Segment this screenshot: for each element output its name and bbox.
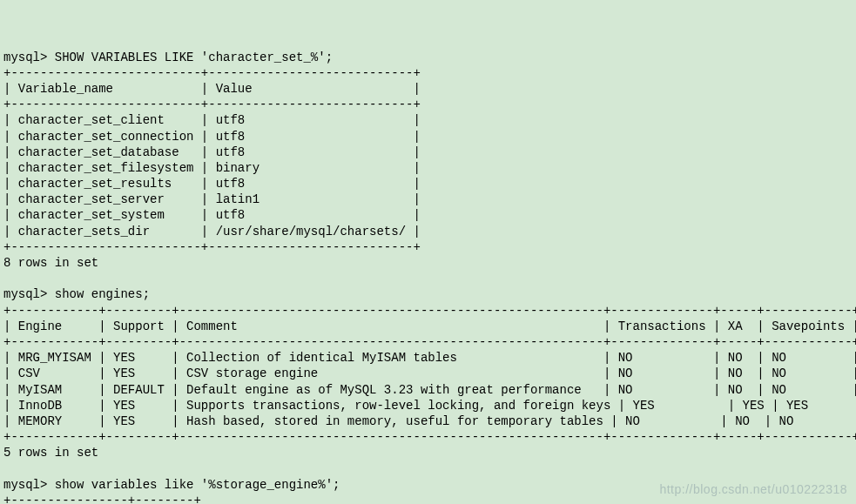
table-header: | Variable_name | Value | (3, 82, 421, 96)
table-row: | character_set_results | utf8 | (3, 177, 421, 191)
table-row: | character_set_database | utf8 | (3, 145, 421, 159)
table-border: +------------+---------+----------------… (3, 430, 856, 444)
table-row: | MEMORY | YES | Hash based, stored in m… (3, 414, 856, 428)
table-row: | MyISAM | DEFAULT | Default engine as o… (3, 383, 856, 397)
table-header: | Engine | Support | Comment | Transacti… (3, 319, 856, 333)
table-row: | CSV | YES | CSV storage engine | NO | … (3, 366, 856, 380)
result-summary: 8 rows in set (3, 256, 98, 270)
prompt: mysql> (3, 50, 55, 64)
table-row: | MRG_MYISAM | YES | Collection of ident… (3, 351, 856, 365)
sql-command: SHOW VARIABLES LIKE 'character_set_%'; (55, 50, 333, 64)
prompt: mysql> (3, 478, 55, 492)
table-border: +--------------------------+------------… (3, 97, 421, 111)
table-border: +--------------------------+------------… (3, 240, 421, 254)
table-border: +------------+---------+----------------… (3, 335, 856, 349)
sql-command: show variables like '%storage_engine%'; (55, 478, 340, 492)
sql-command: show engines; (55, 287, 150, 301)
table-row: | character_sets_dir | /usr/share/mysql/… (3, 225, 421, 239)
result-summary: 5 rows in set (3, 446, 98, 460)
table-row: | InnoDB | YES | Supports transactions, … (3, 399, 856, 413)
table-row: | character_set_connection | utf8 | (3, 130, 421, 144)
table-border: +----------------+--------+ (3, 494, 201, 504)
watermark-text: http://blog.csdn.net/u010222318 (659, 481, 847, 497)
table-border: +------------+---------+----------------… (3, 304, 856, 318)
table-row: | character_set_server | latin1 | (3, 192, 421, 206)
table-row: | character_set_system | utf8 | (3, 208, 421, 222)
table-border: +--------------------------+------------… (3, 66, 421, 80)
table-row: | character_set_filesystem | binary | (3, 161, 421, 175)
terminal-output[interactable]: mysql> SHOW VARIABLES LIKE 'character_se… (3, 50, 856, 504)
prompt: mysql> (3, 287, 55, 301)
table-row: | character_set_client | utf8 | (3, 113, 421, 127)
